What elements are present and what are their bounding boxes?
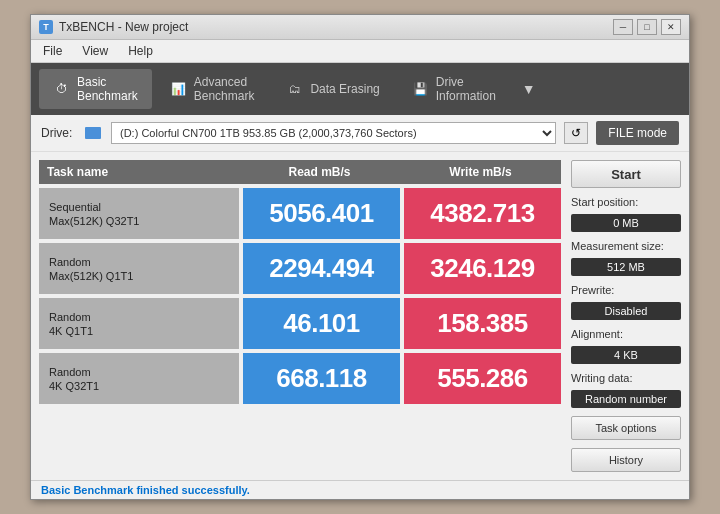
data-erasing-label: Data Erasing: [310, 82, 379, 96]
drive-label: Drive:: [41, 126, 77, 140]
drive-information-icon: 💾: [412, 80, 430, 98]
alignment-value: 4 KB: [571, 346, 681, 364]
row-4-read: 668.118: [243, 353, 400, 404]
menu-help[interactable]: Help: [124, 42, 157, 60]
row-2-label: Random Max(512K) Q1T1: [39, 243, 239, 294]
drive-bar: Drive: (D:) Colorful CN700 1TB 953.85 GB…: [31, 115, 689, 152]
close-button[interactable]: ✕: [661, 19, 681, 35]
row-4-label: Random 4K Q32T1: [39, 353, 239, 404]
drive-information-label: Drive Information: [436, 75, 496, 104]
drive-refresh-button[interactable]: ↺: [564, 122, 588, 144]
task-options-button[interactable]: Task options: [571, 416, 681, 440]
table-row: Random Max(512K) Q1T1 2294.494 3246.129: [39, 243, 561, 294]
menu-view[interactable]: View: [78, 42, 112, 60]
table-row: Random 4K Q1T1 46.101 158.385: [39, 298, 561, 349]
start-button[interactable]: Start: [571, 160, 681, 188]
row-1-write: 4382.713: [404, 188, 561, 239]
tab-basic-benchmark[interactable]: ⏱ Basic Benchmark: [39, 69, 152, 110]
row-4-write: 555.286: [404, 353, 561, 404]
alignment-label: Alignment:: [571, 328, 681, 340]
main-content: Task name Read mB/s Write mB/s Sequentia…: [31, 152, 689, 480]
title-bar-controls: ─ □ ✕: [613, 19, 681, 35]
toolbar-more-arrow[interactable]: ▼: [518, 77, 540, 101]
app-icon: T: [39, 20, 53, 34]
advanced-benchmark-icon: 📊: [170, 80, 188, 98]
row-3-write: 158.385: [404, 298, 561, 349]
prewrite-value: Disabled: [571, 302, 681, 320]
minimize-button[interactable]: ─: [613, 19, 633, 35]
advanced-benchmark-label: Advanced Benchmark: [194, 75, 255, 104]
tab-data-erasing[interactable]: 🗂 Data Erasing: [272, 74, 393, 104]
tab-advanced-benchmark[interactable]: 📊 Advanced Benchmark: [156, 69, 269, 110]
measurement-size-label: Measurement size:: [571, 240, 681, 252]
data-erasing-icon: 🗂: [286, 80, 304, 98]
basic-benchmark-icon: ⏱: [53, 80, 71, 98]
table-row: Random 4K Q32T1 668.118 555.286: [39, 353, 561, 404]
start-position-value: 0 MB: [571, 214, 681, 232]
file-mode-button[interactable]: FILE mode: [596, 121, 679, 145]
menu-file[interactable]: File: [39, 42, 66, 60]
writing-data-label: Writing data:: [571, 372, 681, 384]
status-bar: Basic Benchmark finished successfully.: [31, 480, 689, 499]
row-3-label: Random 4K Q1T1: [39, 298, 239, 349]
toolbar: ⏱ Basic Benchmark 📊 Advanced Benchmark 🗂…: [31, 63, 689, 116]
basic-benchmark-label: Basic Benchmark: [77, 75, 138, 104]
status-message: Basic Benchmark finished successfully.: [41, 484, 250, 496]
maximize-button[interactable]: □: [637, 19, 657, 35]
row-2-read: 2294.494: [243, 243, 400, 294]
title-bar: T TxBENCH - New project ─ □ ✕: [31, 15, 689, 40]
window-title: TxBENCH - New project: [59, 20, 188, 34]
title-bar-left: T TxBENCH - New project: [39, 20, 188, 34]
drive-select[interactable]: (D:) Colorful CN700 1TB 953.85 GB (2,000…: [111, 122, 556, 144]
row-2-write: 3246.129: [404, 243, 561, 294]
measurement-size-value: 512 MB: [571, 258, 681, 276]
tab-drive-information[interactable]: 💾 Drive Information: [398, 69, 510, 110]
prewrite-label: Prewrite:: [571, 284, 681, 296]
main-window: T TxBENCH - New project ─ □ ✕ File View …: [30, 14, 690, 501]
row-3-read: 46.101: [243, 298, 400, 349]
history-button[interactable]: History: [571, 448, 681, 472]
row-1-label: Sequential Max(512K) Q32T1: [39, 188, 239, 239]
menu-bar: File View Help: [31, 40, 689, 63]
table-header: Task name Read mB/s Write mB/s: [39, 160, 561, 184]
header-read: Read mB/s: [239, 160, 400, 184]
side-panel: Start Start position: 0 MB Measurement s…: [571, 160, 681, 472]
row-1-read: 5056.401: [243, 188, 400, 239]
header-write: Write mB/s: [400, 160, 561, 184]
benchmark-table-area: Task name Read mB/s Write mB/s Sequentia…: [39, 160, 561, 472]
start-position-label: Start position:: [571, 196, 681, 208]
writing-data-value: Random number: [571, 390, 681, 408]
table-row: Sequential Max(512K) Q32T1 5056.401 4382…: [39, 188, 561, 239]
header-task-name: Task name: [39, 160, 239, 184]
drive-icon: [85, 127, 101, 139]
